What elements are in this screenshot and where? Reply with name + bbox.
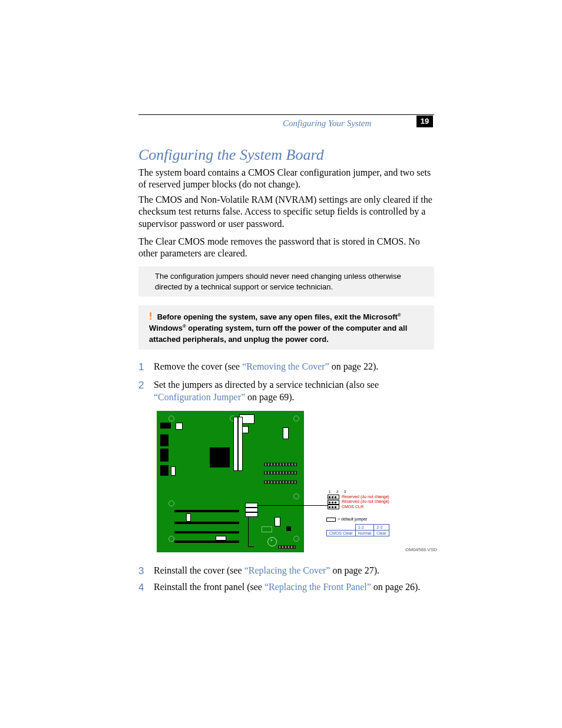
step-text: on page 22). <box>329 361 379 371</box>
cross-ref-link[interactable]: “Configuration Jumper” <box>154 392 245 402</box>
section-title: Configuring the System Board <box>138 146 324 164</box>
header-rule <box>138 114 434 115</box>
step-item: 3 Reinstall the cover (see “Replacing th… <box>138 565 434 583</box>
pin-labels: 1 2 3 <box>329 490 348 493</box>
warning-text: Windows <box>149 324 183 332</box>
step-text: Reinstall the cover (see <box>154 565 244 575</box>
warning-icon: ! <box>149 310 155 323</box>
warning-box: ! Before opening the system, save any op… <box>138 305 434 350</box>
step-item: 1 Remove the cover (see “Removing the Co… <box>138 361 434 379</box>
step-text: Reinstall the front panel (see <box>154 582 265 592</box>
step-item: 4 Reinstall the front panel (see “Replac… <box>138 581 434 599</box>
warning-text: Before opening the system, save any open… <box>157 312 398 321</box>
running-head: Configuring Your System <box>283 118 371 129</box>
cross-ref-link[interactable]: “Removing the Cover” <box>242 361 329 371</box>
step-text: on page 26). <box>371 582 421 592</box>
legend-text: CMOS CLR <box>342 505 363 509</box>
step-text: Set the jumpers as directed by a service… <box>154 380 379 390</box>
paragraph: The system board contains a CMOS Clear c… <box>138 167 434 191</box>
diagram-file-label: OM04588.VSD <box>405 547 437 552</box>
step-number: 4 <box>138 581 144 594</box>
default-jumper-legend: = default jumper <box>326 517 367 522</box>
step-number: 3 <box>138 565 144 578</box>
registered-mark: ® <box>398 312 401 318</box>
paragraph: The Clear CMOS mode removes the password… <box>138 236 434 260</box>
step-text: Remove the cover (see <box>154 361 242 371</box>
paragraph: The CMOS and Non-Volatile RAM (NVRAM) se… <box>138 194 434 230</box>
step-number: 2 <box>138 379 144 392</box>
step-item: 2 Set the jumpers as directed by a servi… <box>138 379 434 410</box>
legend-text: Reserved (do not change) <box>342 495 389 499</box>
cross-ref-link[interactable]: “Replacing the Cover” <box>244 565 330 575</box>
note-box: The configuration jumpers should never n… <box>138 266 434 297</box>
legend-text: Reserved (do not change) <box>342 499 389 503</box>
document-page: Configuring Your System 19 Configuring t… <box>0 0 562 728</box>
step-number: 1 <box>138 361 144 374</box>
jumper-legend: Reserved (do not change) Reserved (do no… <box>328 495 389 509</box>
step-text: on page 69). <box>245 392 295 402</box>
warning-text: operating system, turn off the power of … <box>149 324 407 343</box>
page-number: 19 <box>416 116 433 127</box>
jumper-table: 1-22-3 CMOS ClearNormalClear <box>326 524 389 536</box>
board-outline <box>157 411 304 552</box>
cross-ref-link[interactable]: “Replacing the Front Panel” <box>265 582 371 592</box>
step-text: on page 27). <box>330 565 379 575</box>
motherboard-diagram: 1 2 3 Reserved (do not change) Reserved … <box>157 411 434 557</box>
